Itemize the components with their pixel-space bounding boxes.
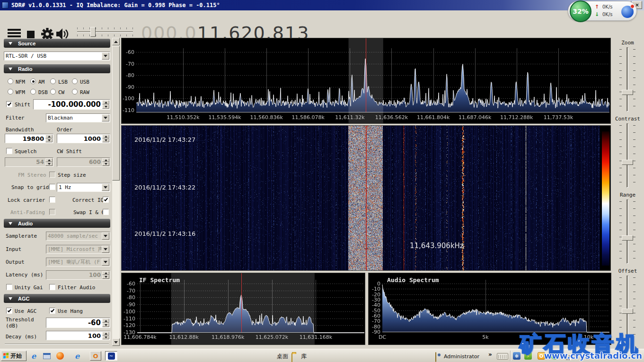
volume-slider[interactable] [77, 27, 133, 36]
shift-checkbox[interactable] [6, 101, 12, 107]
order-spinner[interactable] [102, 135, 109, 142]
shift-field[interactable]: -100.000.000 [33, 99, 110, 110]
volume-thumb[interactable] [90, 27, 96, 37]
ie-icon[interactable] [73, 352, 81, 360]
source-device-combo[interactable]: RTL-SDR / USB [4, 52, 110, 60]
audio-panel-header[interactable]: Audio [4, 219, 110, 228]
unity-gain-checkbox[interactable] [6, 284, 12, 290]
radio-raw[interactable] [72, 89, 78, 95]
radio-lsb-label: LSB [58, 79, 68, 85]
slider-thumb-contrast[interactable] [622, 160, 633, 165]
sdrsharp-window: SDR# v1.0.0.1331 - IQ Imbalance: Gain = … [0, 0, 644, 362]
ie-icon[interactable] [29, 352, 38, 360]
combo-drop-button[interactable] [102, 114, 109, 121]
lock-carrier-checkbox[interactable] [49, 197, 55, 203]
slider-ticks [633, 201, 635, 262]
opera-icon[interactable] [90, 351, 101, 361]
radio-lsb[interactable] [50, 78, 56, 84]
input-label: Input [6, 246, 21, 252]
output-value: [MME] 喇叭/耳机 (F [48, 259, 100, 266]
stop-button[interactable] [27, 31, 35, 38]
threshold-unit-label: (dB) [6, 323, 18, 329]
radio-wfm[interactable] [8, 89, 13, 95]
radio-panel-header[interactable]: Radio [4, 64, 110, 73]
step-size-label: Step size [58, 172, 86, 178]
combo-drop-button[interactable] [102, 52, 109, 60]
step-size-combo[interactable]: 1 Hz [57, 183, 110, 192]
slider-thumb-range[interactable] [622, 235, 633, 241]
slider-thumb-offset[interactable] [622, 309, 633, 314]
use-agc-checkbox[interactable] [6, 308, 12, 314]
swap-iq-checkbox[interactable] [103, 209, 109, 215]
radio-am[interactable] [30, 78, 36, 84]
scroll-down-button[interactable] [112, 338, 120, 346]
slider-track-zoom[interactable] [626, 47, 628, 112]
samplerate-combo: 48000 sample/sec [46, 232, 110, 241]
slider-track-range[interactable] [626, 199, 628, 264]
cw-shift-value: 600 [89, 159, 101, 165]
radio-header-label: Radio [18, 66, 33, 72]
squelch-spinner [45, 158, 53, 166]
firefox-icon[interactable] [56, 352, 64, 360]
sdrsharp-taskbar-button[interactable] [105, 351, 117, 361]
input-combo: [MME] Microsoft 声 [46, 245, 110, 254]
squelch-value: 54 [36, 159, 44, 165]
cpu-network-gauge[interactable]: 32% ↑ 0K/s ↓ 0K/s [568, 1, 637, 21]
start-button[interactable]: 开始 [1, 351, 26, 361]
left-panel-scrollbar[interactable] [112, 38, 120, 346]
slider-ticks [619, 277, 622, 338]
agc-panel-header[interactable]: AGC [4, 294, 110, 303]
bandwidth-field[interactable]: 19800 [5, 134, 53, 143]
cw-shift-spinner [102, 158, 109, 166]
unity-gain-label: Unity Gai [15, 284, 43, 291]
combo-drop-button [102, 259, 109, 266]
radio-wfm-label: WFM [16, 89, 25, 95]
shift-spinner[interactable] [102, 100, 109, 109]
radio-dsb[interactable] [30, 89, 36, 95]
filter-combo[interactable]: Blackman [46, 113, 110, 122]
decay-value: 100 [88, 332, 101, 339]
slider-track-contrast[interactable] [626, 123, 628, 188]
waterfall-timestamp: 2016/11/2 17:43:27 [134, 136, 195, 143]
combo-drop-button[interactable] [102, 184, 109, 191]
library-toolbar-label[interactable]: 库 [301, 353, 307, 361]
if-spectrum-display[interactable] [121, 273, 365, 345]
main-spectrum-display[interactable] [121, 38, 611, 124]
latency-spinner [102, 271, 109, 279]
explorer-window-icon[interactable] [43, 352, 51, 360]
slider-label-zoom: Zoom [611, 40, 644, 46]
cw-shift-label: CW Shift [57, 148, 82, 155]
radio-am-label: AM [38, 79, 44, 85]
radio-nfm[interactable] [8, 78, 13, 84]
waterfall-display[interactable] [121, 125, 611, 271]
use-hang-checkbox[interactable] [49, 308, 55, 314]
squelch-checkbox[interactable] [6, 148, 12, 154]
menu-button[interactable] [8, 29, 21, 39]
overflow-chevron[interactable]: » [488, 351, 492, 358]
scroll-up-button[interactable] [112, 38, 120, 45]
keyboard-layout-icon[interactable] [497, 353, 508, 360]
scrollbar-thumb[interactable] [112, 46, 120, 181]
correct-iq-checkbox[interactable] [103, 197, 109, 203]
radio-cw[interactable] [50, 89, 56, 95]
decay-spinner[interactable] [102, 332, 109, 339]
filter-audio-checkbox[interactable] [49, 284, 55, 290]
bandwidth-spinner[interactable] [45, 135, 53, 142]
slider-thumb-zoom[interactable] [622, 90, 633, 95]
download-arrow-icon: ↓ [595, 11, 599, 17]
latency-value: 100 [89, 272, 101, 278]
decay-field[interactable]: 100 [46, 331, 110, 340]
order-field[interactable]: 1000 [57, 134, 110, 143]
combo-drop-button [102, 233, 109, 240]
desktop-toolbar-label[interactable]: 桌面 [277, 353, 288, 361]
step-size-value: 1 Hz [59, 184, 71, 190]
administrator-label[interactable]: Administrator [444, 353, 479, 360]
latency-field: 100 [46, 270, 110, 280]
threshold-field[interactable]: -60 [46, 318, 110, 328]
threshold-spinner[interactable] [102, 319, 109, 327]
snap-to-grid-checkbox[interactable] [49, 184, 55, 190]
source-panel-header[interactable]: Source [4, 39, 110, 48]
snap-to-grid-label: Snap to grid [11, 184, 49, 190]
radio-raw-label: RAW [80, 89, 89, 95]
radio-usb[interactable] [72, 78, 78, 84]
